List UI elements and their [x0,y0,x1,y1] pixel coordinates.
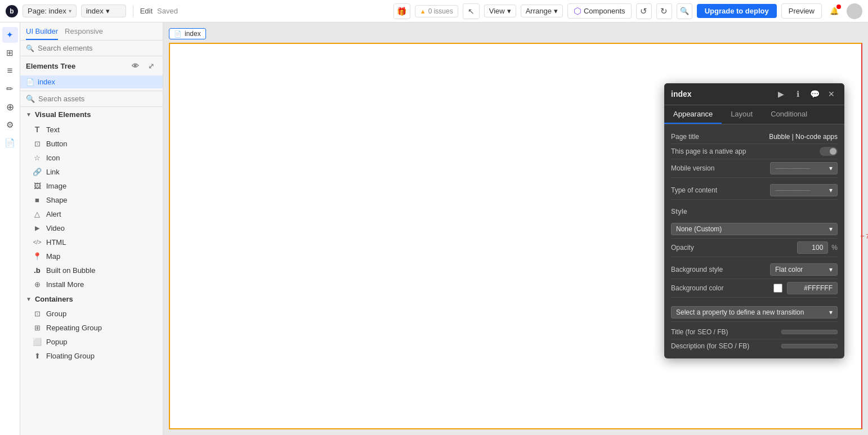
sidebar-item-plugin[interactable]: ⊕ [2,99,18,115]
bg-style-chevron: ▾ [829,266,833,273]
rp-header: index ▶ ℹ 💬 ✕ [664,83,844,105]
search-assets-icon: 🔍 [26,95,35,103]
sidebar-item-docs[interactable]: 📄 [2,135,18,151]
rp-tab-appearance[interactable]: Appearance [664,105,722,124]
element-built-on-bubble[interactable]: .b Built on Bubble [20,263,163,277]
opacity-input[interactable] [797,241,828,254]
notification-button[interactable]: 🔔 [826,3,842,19]
element-video-label: Video [46,224,65,232]
bg-color-value[interactable]: #FFFFFF [787,282,838,294]
search-button[interactable]: 🔍 [677,3,692,19]
element-repeating-group[interactable]: ⊞ Repeating Group [20,321,163,335]
element-group-label: Group [46,310,66,318]
ruler-tick [861,236,864,236]
rp-page-title-value: Bubble | No-code apps [769,133,838,141]
element-text[interactable]: T Text [20,122,163,137]
rp-close-button[interactable]: ✕ [825,88,838,100]
view-menu-button[interactable]: View ▾ [484,5,516,17]
type-content-select[interactable]: ──────── ▾ [770,184,838,196]
element-button[interactable]: ⊡ Button [20,137,163,151]
undo-button[interactable]: ↺ [636,3,652,19]
element-shape[interactable]: ■ Shape [20,193,163,207]
divider-1 [133,6,133,17]
rp-opacity-row: Opacity % [671,239,838,257]
page-selector[interactable]: Page: index ▾ [23,5,77,17]
visual-elements-section[interactable]: ▼ Visual Elements [20,107,163,122]
rp-transition-row: Select a property to define a new transi… [671,301,838,322]
ruler-lines: 767px [861,210,868,262]
visual-elements-label: Visual Elements [35,110,91,119]
seo-desc-input[interactable] [781,344,838,348]
tab-selector[interactable]: index ▾ [81,5,126,17]
transition-chevron: ▾ [829,308,833,316]
rp-bg-style-row: Background style Flat color ▾ [671,261,838,279]
sidebar-item-layers[interactable]: ≡ [2,63,18,79]
rp-title: index [671,89,692,98]
containers-section[interactable]: ▼ Containers [20,292,163,307]
element-built-on-bubble-label: Built on Bubble [46,266,95,275]
tree-item-index[interactable]: 📄 index [20,75,163,88]
element-link-label: Link [46,168,60,176]
elements-list: ▼ Visual Elements T Text ⊡ Button ☆ Icon… [20,107,163,435]
element-html[interactable]: </> HTML [20,235,163,249]
search-elements-row: 🔍 [20,41,163,56]
rp-tab-conditional[interactable]: Conditional [762,105,816,124]
element-floating-group[interactable]: ⬆ Floating Group [20,349,163,363]
components-label: Components [584,7,625,15]
element-popup-label: Popup [46,338,68,346]
seo-title-input[interactable] [781,330,838,334]
canvas-frame[interactable]: 767px index ▶ ℹ 💬 [169,43,862,429]
element-button-label: Button [46,140,68,148]
eye-icon-button[interactable]: 👁 [129,60,141,72]
element-image[interactable]: 🖼 Image [20,179,163,193]
upgrade-button[interactable]: Upgrade to deploy [697,4,777,18]
tab-ui-builder[interactable]: UI Builder [26,27,58,40]
expand-icon-button[interactable]: ⤢ [145,60,157,72]
elements-tree-title: Elements Tree [26,62,75,70]
element-video[interactable]: ▶ Video [20,221,163,235]
pointer-icon-button[interactable]: ↖ [463,3,480,19]
view-chevron-icon: ▾ [507,7,511,15]
sidebar-item-cursor[interactable]: ✦ [2,27,18,43]
element-group[interactable]: ⊡ Group [20,307,163,321]
rp-style-row: None (Custom) ▾ [671,218,838,239]
alert-icon: △ [33,210,42,218]
containers-label: Containers [35,295,73,303]
arrange-menu-button[interactable]: Arrange ▾ [521,5,563,17]
transition-select[interactable]: Select a property to define a new transi… [671,306,838,319]
element-popup[interactable]: ⬜ Popup [20,335,163,349]
element-icon[interactable]: ☆ Icon [20,151,163,165]
search-assets-input[interactable] [38,95,157,103]
rp-info-button[interactable]: ℹ [791,88,804,100]
element-alert[interactable]: △ Alert [20,207,163,221]
sidebar-item-settings[interactable]: ⚙ [2,117,18,133]
tab-responsive[interactable]: Responsive [65,27,103,40]
gift-icon-button[interactable]: 🎁 [393,3,410,19]
rp-chat-button[interactable]: 💬 [808,88,821,100]
popup-icon: ⬜ [33,338,42,346]
edit-button[interactable]: Edit [140,7,153,15]
element-map[interactable]: 📍 Map [20,249,163,263]
bg-color-swatch[interactable] [773,284,782,293]
app-logo: b [6,5,18,17]
rp-play-button[interactable]: ▶ [775,88,787,100]
cube-icon: ⬡ [574,6,581,16]
bg-style-select[interactable]: Flat color ▾ [770,263,838,276]
floating-group-icon: ⬆ [33,352,42,360]
native-app-toggle[interactable] [820,147,838,156]
type-content-value: ──────── [775,187,810,194]
mobile-version-select[interactable]: ──────── ▾ [770,162,838,174]
element-install-more[interactable]: ⊕ Install More [20,277,163,292]
preview-button[interactable]: Preview [781,3,822,19]
sidebar-item-pencil[interactable]: ✏ [2,81,18,97]
components-button[interactable]: ⬡ Components [567,3,632,19]
style-select[interactable]: None (Custom) ▾ [671,223,838,235]
rp-tab-layout[interactable]: Layout [722,105,762,124]
element-link[interactable]: 🔗 Link [20,165,163,179]
avatar[interactable] [847,3,862,19]
search-elements-input[interactable] [38,44,157,52]
issues-button[interactable]: ▲ 0 issues [415,5,458,17]
sidebar-item-grid[interactable]: ⊞ [2,45,18,61]
redo-button[interactable]: ↻ [656,3,672,19]
canvas-tab[interactable]: 📄 index [169,28,206,39]
